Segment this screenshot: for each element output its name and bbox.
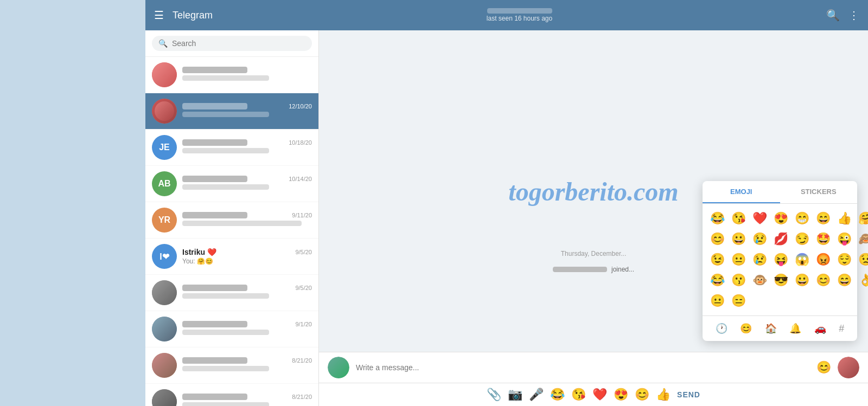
chat-content: 8/21/20: [182, 394, 312, 406]
chat-time: 9/11/20: [292, 212, 312, 218]
avatar: [152, 99, 177, 124]
search-input[interactable]: [172, 39, 305, 48]
emoji-kiss-icon[interactable]: 😘: [571, 388, 586, 402]
chat-area: togorberito.com Thursday, December... jo…: [319, 30, 868, 406]
emoji-cat-symbols[interactable]: 🔔: [787, 320, 803, 337]
emoji-item[interactable]: 😑: [729, 292, 748, 310]
emoji-love-icon[interactable]: 😍: [614, 388, 628, 402]
list-item[interactable]: [145, 57, 318, 93]
chat-time: 12/10/20: [289, 103, 312, 109]
list-item[interactable]: I❤ Istriku ❤️ 9/5/20 You: 🤗😊: [145, 239, 318, 275]
date-divider: Thursday, December...: [553, 250, 634, 257]
emoji-item[interactable]: 😌: [835, 250, 854, 269]
emoji-item[interactable]: 😁: [793, 209, 812, 228]
emoji-item[interactable]: 😟: [856, 250, 868, 269]
emoji-item[interactable]: 😊: [814, 271, 833, 289]
emoji-panel: EMOJI STICKERS 😂 😘 ❤️ 😍 😁 😄 👍 🤗 😊 😀 😢 💋: [703, 181, 857, 341]
emoji-cat-faces[interactable]: 😊: [738, 320, 754, 337]
list-item[interactable]: AB 10/14/20: [145, 166, 318, 202]
emoji-item[interactable]: 👍: [835, 209, 854, 228]
emoji-item[interactable]: 🤩: [814, 230, 833, 248]
emoji-item[interactable]: 👌: [856, 271, 868, 289]
chat-name: Istriku ❤️: [182, 248, 216, 256]
chat-name-blurred: [182, 285, 247, 291]
emoji-item[interactable]: 😱: [793, 250, 812, 269]
watermark: togorberito.com: [508, 176, 678, 206]
avatar: JE: [152, 135, 177, 160]
emoji-item[interactable]: 🐵: [750, 271, 769, 289]
chat-name-blurred: [182, 103, 247, 109]
emoji-toggle-icon[interactable]: 😊: [816, 360, 831, 375]
chat-contact-name-blurred: [487, 8, 552, 14]
list-item[interactable]: YR 9/11/20: [145, 202, 318, 239]
search-input-wrap[interactable]: 🔍: [152, 36, 312, 51]
emoji-item[interactable]: 😉: [708, 250, 727, 269]
chat-content: 9/11/20: [182, 212, 312, 228]
input-area: 😊 📎 📷 🎤 😂 😘 ❤️ 😍 😊 👍 SEND: [319, 352, 868, 406]
search-icon[interactable]: 🔍: [826, 9, 840, 22]
emoji-item[interactable]: 💋: [771, 230, 790, 248]
emoji-item[interactable]: 😝: [771, 250, 790, 269]
tab-emoji[interactable]: EMOJI: [703, 181, 780, 203]
main-body: 🔍: [145, 30, 868, 406]
emoji-item[interactable]: 😢: [750, 250, 769, 269]
chat-time: 9/5/20: [295, 285, 312, 291]
chat-content: 9/1/20: [182, 321, 312, 337]
emoji-item[interactable]: 😏: [793, 230, 812, 248]
chat-preview-blurred: [182, 366, 269, 371]
emoji-item[interactable]: 😗: [729, 271, 748, 289]
message-input[interactable]: [356, 363, 812, 372]
list-item[interactable]: 9/5/20: [145, 275, 318, 311]
attach-icon[interactable]: 📎: [487, 388, 501, 402]
send-button[interactable]: SEND: [677, 390, 700, 399]
emoji-item[interactable]: 😄: [835, 271, 854, 289]
chat-content: 12/10/20: [182, 103, 312, 119]
emoji-cat-objects[interactable]: 🏠: [763, 320, 779, 337]
emoji-category-bar: 🕐 😊 🏠 🔔 🚗 #: [703, 315, 857, 341]
system-message: joined...: [611, 266, 634, 273]
emoji-item[interactable]: 😢: [750, 230, 769, 248]
microphone-icon[interactable]: 🎤: [529, 388, 544, 402]
camera-icon[interactable]: 📷: [508, 388, 522, 402]
emoji-item[interactable]: ❤️: [750, 209, 769, 228]
emoji-item[interactable]: 😂: [708, 271, 727, 289]
list-item[interactable]: 9/1/20: [145, 311, 318, 347]
chat-sidebar: 🔍: [145, 30, 319, 406]
list-item[interactable]: JE 10/18/20: [145, 130, 318, 166]
emoji-item[interactable]: 🤗: [856, 209, 868, 228]
chat-list: 12/10/20 JE 10/18/20: [145, 57, 318, 406]
emoji-laugh-icon[interactable]: 😂: [550, 388, 565, 402]
emoji-cat-recent[interactable]: 🕐: [713, 320, 730, 337]
emoji-heart-icon[interactable]: ❤️: [592, 388, 607, 402]
emoji-item[interactable]: 😀: [729, 230, 748, 248]
avatar: [152, 353, 177, 378]
list-item[interactable]: 8/21/20: [145, 384, 318, 406]
emoji-item[interactable]: 😘: [729, 209, 748, 228]
emoji-item[interactable]: 😡: [814, 250, 833, 269]
emoji-item[interactable]: 🙈: [856, 230, 868, 248]
emoji-item[interactable]: 😎: [771, 271, 790, 289]
emoji-item[interactable]: 😜: [835, 230, 854, 248]
emoji-cat-hash[interactable]: #: [837, 321, 846, 337]
menu-icon[interactable]: ☰: [154, 9, 164, 22]
emoji-smile-icon[interactable]: 😊: [635, 388, 649, 402]
chat-time: 10/18/20: [289, 139, 312, 146]
list-item[interactable]: 12/10/20: [145, 93, 318, 130]
emoji-item[interactable]: 😄: [814, 209, 833, 228]
more-options-icon[interactable]: ⋮: [848, 9, 859, 22]
tab-stickers[interactable]: STICKERS: [780, 181, 858, 203]
emoji-item[interactable]: 😐: [729, 250, 748, 269]
emoji-item[interactable]: 😐: [708, 292, 727, 310]
emoji-item[interactable]: 😊: [708, 230, 727, 248]
emoji-cat-travel[interactable]: 🚗: [812, 320, 828, 337]
list-item[interactable]: 8/21/20: [145, 347, 318, 384]
chat-preview: You: 🤗😊: [182, 257, 312, 265]
avatar: [152, 389, 177, 406]
avatar: [152, 317, 177, 341]
emoji-item[interactable]: 😀: [793, 271, 812, 289]
emoji-thumbs-icon[interactable]: 👍: [656, 388, 671, 402]
emoji-item[interactable]: 😂: [708, 209, 727, 228]
chat-contact-status: last seen 16 hours ago: [487, 15, 552, 22]
emoji-item[interactable]: 😍: [771, 209, 790, 228]
receiver-avatar: [838, 357, 859, 378]
